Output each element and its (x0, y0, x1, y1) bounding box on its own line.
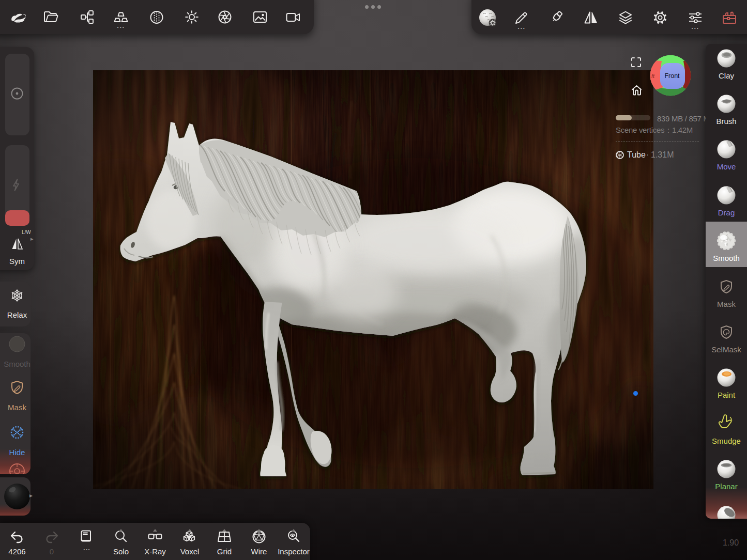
svg-text:Front: Front (664, 72, 680, 80)
svg-text:ft: ft (651, 73, 655, 79)
